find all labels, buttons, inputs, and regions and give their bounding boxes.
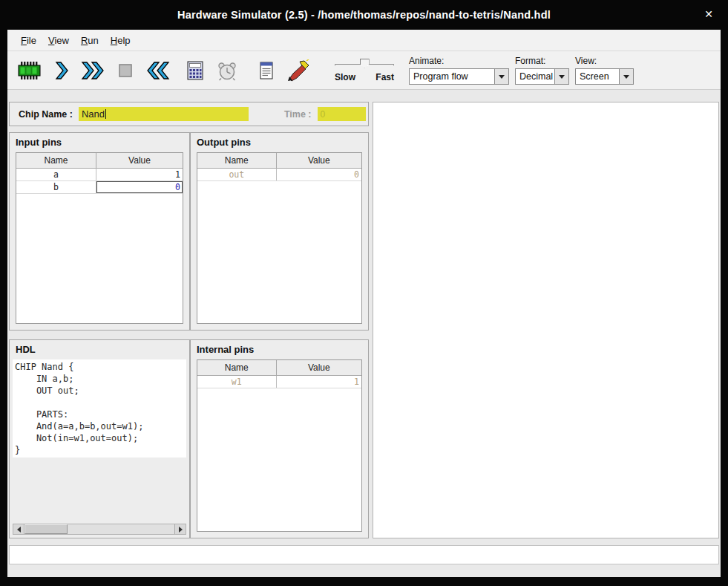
internal-pins-table: Name Value w1 1 bbox=[197, 360, 361, 388]
speed-slider[interactable]: Slow Fast bbox=[335, 59, 394, 82]
window-title: Hardware Simulator (2.5) - /home/thomas/… bbox=[177, 9, 551, 21]
view-label: View: bbox=[575, 56, 634, 66]
hdl-code[interactable]: CHIP Nand { IN a,b; OUT out; PARTS: And(… bbox=[13, 359, 186, 458]
slider-thumb[interactable] bbox=[360, 59, 370, 68]
animate-select[interactable]: Program flow bbox=[409, 68, 509, 85]
column-header-value: Value bbox=[276, 153, 361, 168]
view-control: View: Screen bbox=[575, 56, 634, 85]
slider-fast-label: Fast bbox=[376, 72, 394, 82]
menu-run-rest: un bbox=[88, 35, 98, 46]
menu-file-mnemonic: F bbox=[21, 35, 27, 46]
internal-pins-viewport: Name Value w1 1 bbox=[197, 359, 362, 532]
format-selected-value: Decimal bbox=[516, 69, 554, 84]
scroll-right-icon[interactable] bbox=[174, 524, 186, 534]
column-header-name: Name bbox=[197, 153, 276, 168]
chevron-down-icon[interactable] bbox=[619, 69, 633, 84]
step-forward-icon bbox=[52, 60, 71, 81]
view-select[interactable]: Screen bbox=[575, 68, 634, 85]
output-pins-panel: Output pins Name Value out 0 bbox=[190, 132, 369, 331]
toolbar: Slow Fast Animate: Program flow Format: … bbox=[7, 51, 721, 90]
pin-value: 1 bbox=[276, 375, 361, 388]
calculator-icon bbox=[186, 60, 205, 81]
view-selected-value: Screen bbox=[576, 69, 619, 84]
app-window: File View Run Help bbox=[7, 30, 721, 577]
brush-icon bbox=[286, 59, 310, 82]
input-pins-table: Name Value a 1 b 0 bbox=[16, 153, 183, 194]
input-pins-panel: Input pins Name Value a 1 bbox=[9, 132, 190, 331]
chevron-down-icon[interactable] bbox=[554, 69, 568, 84]
column-header-name: Name bbox=[197, 360, 276, 375]
pin-row-a: a 1 bbox=[16, 168, 183, 180]
scrollbar-thumb[interactable] bbox=[24, 524, 68, 534]
clock-button[interactable] bbox=[212, 54, 242, 87]
chip-name-input[interactable]: Nand bbox=[79, 107, 249, 121]
pin-value-editing[interactable]: 0 bbox=[96, 180, 183, 193]
output-pins-viewport: Name Value out 0 bbox=[197, 152, 362, 324]
run-button[interactable] bbox=[79, 54, 108, 87]
fast-forward-icon bbox=[80, 60, 107, 81]
status-bar bbox=[9, 545, 719, 564]
chip-icon bbox=[17, 60, 42, 81]
time-label: Time : bbox=[284, 109, 312, 120]
format-control: Format: Decimal bbox=[515, 56, 569, 85]
clock-icon bbox=[217, 60, 237, 81]
stop-icon bbox=[116, 61, 135, 80]
menu-help-mnemonic: H bbox=[111, 35, 117, 46]
internal-pins-title: Internal pins bbox=[191, 340, 368, 357]
column-header-name: Name bbox=[16, 153, 96, 168]
pin-row-w1: w1 1 bbox=[197, 375, 361, 388]
reset-button[interactable] bbox=[142, 54, 172, 87]
chip-name-value: Nand bbox=[82, 108, 106, 120]
clear-button[interactable] bbox=[283, 54, 313, 87]
rewind-icon bbox=[144, 60, 171, 81]
time-field: 0 bbox=[318, 107, 366, 121]
menu-file[interactable]: File bbox=[15, 32, 42, 49]
pin-name: a bbox=[16, 168, 96, 180]
load-chip-button[interactable] bbox=[15, 54, 45, 87]
output-pins-title: Output pins bbox=[191, 133, 368, 150]
chevron-down-icon[interactable] bbox=[494, 69, 508, 84]
script-button[interactable] bbox=[252, 54, 281, 87]
menu-help[interactable]: Help bbox=[105, 32, 137, 49]
document-icon bbox=[258, 60, 275, 81]
pin-row-b: b 0 bbox=[16, 180, 183, 193]
menu-bar: File View Run Help bbox=[7, 30, 721, 51]
menu-run[interactable]: Run bbox=[75, 32, 105, 49]
pin-value[interactable]: 1 bbox=[96, 168, 183, 180]
pin-name: out bbox=[197, 168, 276, 180]
main-content: Chip Name : Nand Time : 0 Input pins Nam… bbox=[7, 90, 721, 577]
pin-row-out: out 0 bbox=[197, 168, 361, 180]
hdl-title: HDL bbox=[10, 340, 189, 357]
format-label: Format: bbox=[515, 56, 569, 66]
animate-selected-value: Program flow bbox=[410, 69, 494, 84]
pin-name: b bbox=[16, 180, 96, 193]
stop-button[interactable] bbox=[111, 54, 140, 87]
hdl-panel: HDL CHIP Nand { IN a,b; OUT out; PARTS: … bbox=[9, 339, 190, 538]
input-pins-title: Input pins bbox=[10, 133, 189, 150]
close-icon[interactable]: ✕ bbox=[704, 9, 713, 19]
chip-header-panel: Chip Name : Nand Time : 0 bbox=[9, 102, 369, 126]
output-pins-table: Name Value out 0 bbox=[197, 153, 361, 181]
chip-display-area bbox=[373, 102, 719, 538]
chip-name-label: Chip Name : bbox=[19, 109, 73, 120]
title-bar: Hardware Simulator (2.5) - /home/thomas/… bbox=[0, 0, 728, 30]
eval-button[interactable] bbox=[180, 54, 210, 87]
hdl-horizontal-scrollbar[interactable] bbox=[13, 524, 186, 535]
animate-label: Animate: bbox=[409, 56, 509, 66]
menu-view-rest: iew bbox=[54, 35, 69, 46]
slider-slow-label: Slow bbox=[335, 72, 355, 82]
pin-value: 0 bbox=[276, 168, 361, 180]
input-pins-viewport: Name Value a 1 b 0 bbox=[16, 152, 183, 324]
internal-pins-panel: Internal pins Name Value w1 1 bbox=[190, 339, 369, 538]
menu-help-rest: elp bbox=[117, 35, 130, 46]
column-header-value: Value bbox=[96, 153, 183, 168]
format-select[interactable]: Decimal bbox=[515, 68, 569, 85]
menu-run-mnemonic: R bbox=[81, 35, 88, 46]
column-header-value: Value bbox=[276, 360, 361, 375]
scroll-left-icon[interactable] bbox=[13, 524, 24, 534]
menu-file-rest: ile bbox=[27, 35, 36, 46]
pin-name: w1 bbox=[197, 375, 276, 388]
animate-control: Animate: Program flow bbox=[409, 56, 509, 85]
single-step-button[interactable] bbox=[47, 54, 76, 87]
menu-view[interactable]: View bbox=[42, 32, 75, 49]
